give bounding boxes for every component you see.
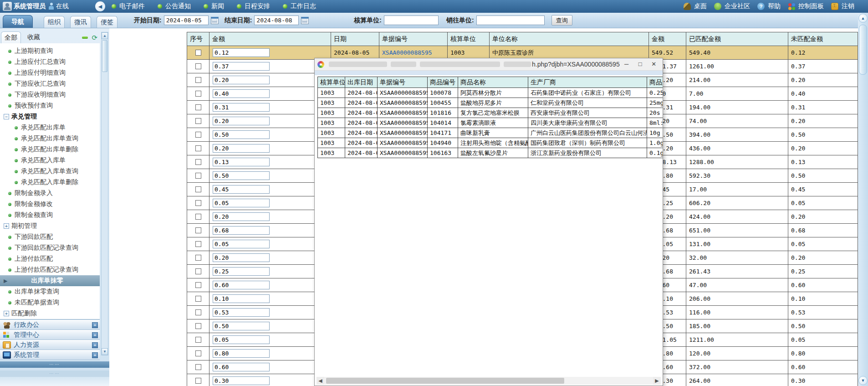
splitter-bar[interactable]: ⋯⋯ (0, 361, 109, 368)
accordion-section[interactable]: 管理中心+ (0, 330, 100, 340)
topbar-menu-item[interactable]: 公告通知 (158, 2, 191, 10)
row-checkbox[interactable] (195, 118, 201, 124)
amount-input[interactable] (213, 253, 270, 262)
sidebar-item[interactable]: 下游回款匹配记录查询 (0, 242, 100, 253)
column-header[interactable]: 商品规格 (647, 77, 663, 87)
sidebar-item[interactable]: 上游应付汇总查询 (0, 57, 100, 67)
column-header[interactable]: 金额 (209, 32, 331, 46)
sidebar-scrollbar[interactable]: ▲ ▼ (101, 32, 108, 355)
row-checkbox[interactable] (195, 186, 201, 192)
expand-plus-icon[interactable]: + (92, 352, 98, 358)
row-checkbox[interactable] (195, 159, 201, 165)
row-checkbox[interactable] (195, 63, 201, 69)
row-checkbox[interactable] (195, 282, 201, 288)
row-checkbox[interactable] (195, 323, 201, 329)
row-checkbox[interactable] (195, 173, 201, 179)
sidebar-item[interactable]: 承兑匹配出库单 (0, 122, 100, 133)
collapse-minus-icon[interactable]: − (4, 114, 9, 119)
row-checkbox[interactable] (195, 77, 201, 83)
sidebar-item[interactable]: 限制金额修改 (0, 199, 100, 210)
row-checkbox[interactable] (195, 227, 201, 233)
amount-input[interactable] (213, 335, 270, 344)
row-checkbox[interactable] (195, 296, 201, 302)
column-header[interactable]: 商品名称 (458, 77, 528, 87)
topbar-menu-item[interactable]: 工作日志 (283, 2, 316, 10)
amount-input[interactable] (213, 226, 270, 235)
expand-plus-icon[interactable]: + (92, 332, 98, 338)
scroll-up-icon[interactable]: ▲ (858, 14, 868, 23)
sidebar-item[interactable]: 限制金额录入 (0, 188, 100, 199)
splitter-bar-2[interactable]: ⋯⋯ (0, 371, 109, 377)
topbar-menu-item[interactable]: 新闻 (204, 2, 224, 10)
sidebar-item[interactable]: 下游应收明细查询 (0, 89, 100, 100)
collapse-arrow-button[interactable]: ◀ (95, 1, 105, 11)
sidebar-item[interactable]: 限制金额查询 (0, 210, 100, 221)
column-header[interactable]: 商品编号 (428, 77, 458, 87)
sidebar-item[interactable]: 承兑匹配入库单查询 (0, 166, 100, 177)
sidebar-item[interactable]: 上游期初查询 (0, 46, 100, 57)
doc-link[interactable]: XSAA0000088595 (382, 49, 432, 56)
row-checkbox[interactable] (195, 91, 201, 97)
accordion-section[interactable]: 行政办公+ (0, 320, 100, 330)
column-header[interactable]: 日期 (331, 32, 379, 46)
accordion-section[interactable]: 人力资源+ (0, 340, 100, 350)
sidebar-item[interactable]: 下游应收汇总查询 (0, 78, 100, 89)
sidebar-item[interactable]: 上游付款匹配记录查询 (0, 264, 100, 275)
topbar-right-item[interactable]: 企业社区 (714, 2, 750, 10)
amount-input[interactable] (213, 62, 270, 71)
sidebar-item[interactable]: 承兑匹配出库单删除 (0, 144, 100, 155)
amount-input[interactable] (213, 130, 270, 139)
column-header[interactable]: 序号 (187, 32, 209, 46)
expand-plus-icon[interactable]: + (92, 342, 98, 348)
amount-input[interactable] (213, 212, 270, 221)
sidebar-item-selected[interactable]: ▶出库单抹零 (0, 275, 100, 286)
scrollbar-thumb[interactable] (859, 25, 867, 75)
close-icon[interactable]: ✕ (647, 59, 661, 69)
sidebar-item[interactable]: +期初管理 (0, 221, 100, 232)
scroll-left-icon[interactable]: ◀ (317, 377, 324, 385)
tab-navigation[interactable]: 导航 (3, 15, 33, 28)
amount-input[interactable] (213, 281, 270, 289)
dest-input[interactable] (476, 15, 545, 25)
amount-input[interactable] (213, 349, 270, 358)
row-checkbox[interactable] (195, 255, 201, 261)
sidebar-item[interactable]: 承兑匹配入库单 (0, 155, 100, 166)
column-header[interactable]: 核算单位 (448, 32, 490, 46)
amount-input[interactable] (213, 185, 270, 194)
refresh-icon[interactable]: ⟳ (92, 34, 97, 41)
row-checkbox[interactable] (195, 200, 201, 206)
sidebar-item[interactable]: −承兑管理 (0, 111, 100, 122)
scrollbar-thumb[interactable] (102, 40, 107, 72)
row-checkbox[interactable] (195, 145, 201, 151)
amount-input[interactable] (213, 158, 270, 166)
row-checkbox[interactable] (195, 350, 201, 356)
side-tab[interactable]: 微讯 (70, 16, 91, 28)
maximize-icon[interactable]: □ (633, 59, 647, 69)
minimize-icon[interactable]: ─ (620, 59, 633, 69)
row-checkbox[interactable] (195, 309, 201, 315)
sidebar-item[interactable]: 预收预付查询 (0, 100, 100, 111)
scroll-down-icon[interactable]: ▼ (102, 348, 108, 355)
amount-input[interactable] (213, 240, 270, 248)
topbar-right-item[interactable]: 注销 (831, 2, 854, 10)
column-header[interactable]: 生产厂商 (528, 77, 647, 87)
expand-plus-icon[interactable]: + (4, 223, 9, 229)
column-header[interactable]: 未匹配金额 (788, 32, 858, 46)
amount-input[interactable] (213, 199, 270, 207)
tab-all[interactable]: 全部 (1, 31, 21, 43)
amount-input[interactable] (213, 308, 270, 317)
column-header[interactable]: 金额 (649, 32, 686, 46)
amount-input[interactable] (213, 363, 270, 371)
row-checkbox[interactable] (195, 241, 201, 247)
topbar-right-item[interactable]: 控制面板 (788, 2, 824, 10)
amount-input[interactable] (213, 322, 270, 330)
collapse-all-icon[interactable] (82, 36, 88, 39)
topbar-right-item[interactable]: 桌面 (684, 2, 707, 10)
row-checkbox[interactable] (195, 132, 201, 138)
column-header[interactable]: 单据编号 (378, 77, 428, 87)
row-checkbox[interactable] (195, 337, 201, 343)
sidebar-item[interactable]: +匹配删除 (0, 308, 100, 319)
query-button[interactable]: 查询 (551, 15, 572, 26)
scroll-down-icon[interactable]: ▼ (858, 376, 868, 385)
row-checkbox[interactable] (195, 104, 201, 110)
